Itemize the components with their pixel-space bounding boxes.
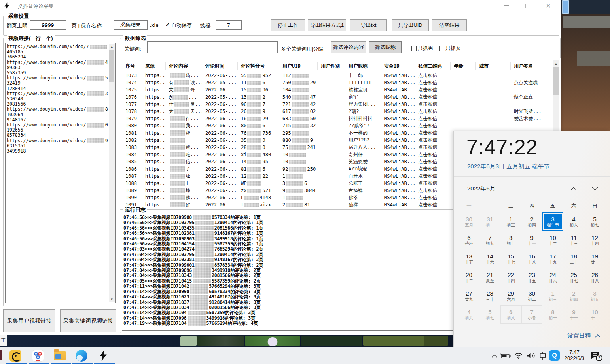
calendar-day[interactable]: 24 廿六 [542,268,563,287]
export-uid-button[interactable]: 只导出UID [392,19,429,31]
scroll-down-icon[interactable]: ▼ [109,296,115,302]
calendar-day[interactable]: 4 初六 [458,305,479,324]
collect-user-videos-button[interactable]: 采集用户视频链接 [3,309,55,332]
browser-icon[interactable] [76,350,87,362]
schedule-link[interactable]: 设置日程 [567,332,601,339]
scrollbar-thumb[interactable] [553,67,559,95]
column-header[interactable]: 序号 [122,62,142,70]
calendar-day[interactable]: 30 五月 [458,212,479,231]
cell-dm-link[interactable]: 点击私信 [415,123,451,129]
column-header[interactable]: 私信二维码 [415,62,451,70]
calendar-day[interactable]: 21 夏至 [479,268,500,287]
table-row[interactable]: 1079 https... 行... 2022-06-... 1629 6835… [122,115,559,122]
taskbar-app-circles-icon[interactable] [32,350,44,362]
export-txt-button[interactable]: 导出txt [350,19,387,31]
calendar-next-icon[interactable] [591,187,599,192]
video-links-textarea[interactable]: https://www.douyin.com/video/7405185 766… [5,43,116,303]
clear-results-button[interactable]: 清空结果 [432,19,467,31]
calendar-day[interactable]: 17 十九 [542,249,563,268]
q-app-tray-icon[interactable]: Q [549,350,560,361]
page-limit-input[interactable] [30,20,66,30]
calendar-day[interactable]: 11 十三 [563,231,584,249]
calendar-day[interactable]: 3 初五 [584,287,605,305]
male-only-checkbox[interactable]: 只抓男 [411,45,433,52]
column-header[interactable]: 用户性别 [318,62,345,70]
cell-dm-link[interactable]: 点击私信 [415,158,451,165]
calendar-day[interactable]: 12 十四 [584,231,605,249]
column-header[interactable]: 安全ID [381,62,415,70]
female-only-checkbox[interactable]: 只抓女 [439,45,461,52]
cell-dm-link[interactable]: 点击私信 [415,101,451,108]
cell-dm-link[interactable]: 点击私信 [415,187,451,194]
calendar-day[interactable]: 27 廿九 [458,287,479,305]
calendar-day[interactable]: 14 十六 [479,249,500,268]
cell-dm-link[interactable]: 点击私信 [415,94,451,100]
close-icon[interactable]: ✕ [542,0,555,11]
table-row[interactable]: 1074 https... 有读... 2022-05-... 116 7502… [122,79,559,86]
cell-dm-link[interactable]: 点击私信 [415,151,451,158]
column-header[interactable]: 来源 [142,62,166,70]
calendar-day[interactable]: 1 初三 [542,287,563,305]
date-link[interactable]: 2022年6月3日 五月初五 端午节 [467,163,549,170]
links-scrollbar[interactable]: ▲ ▼ [109,44,115,302]
calendar-day[interactable]: 15 十七 [500,249,521,268]
cell-dm-link[interactable]: 点击私信 [415,194,451,201]
table-row[interactable]: 1078 https... 太天... 2022-05-... 269 6170… [122,108,559,115]
calendar-day[interactable]: 20 廿二 [458,268,479,287]
collect-keyword-videos-button[interactable]: 采集关键词视频链接 [60,309,116,332]
wifi-icon[interactable] [514,352,523,359]
column-header[interactable]: 评论内容 [166,62,202,70]
cell-dm-link[interactable]: 点击私信 [415,108,451,115]
calendar-day[interactable]: 19 廿一 [584,249,605,268]
maximize-button[interactable] [521,0,534,11]
calendar-day[interactable]: 16 十八 [521,249,542,268]
calendar-day[interactable]: 18 二十 [563,249,584,268]
filter-comment-button[interactable]: 筛选评论内容 [331,41,366,53]
cell-dm-link[interactable]: 点击私信 [415,72,451,79]
calendar-day[interactable]: 10 十二 [542,231,563,249]
cell-dm-link[interactable]: 点击私信 [415,79,451,86]
lightning-app-icon[interactable] [98,349,109,362]
calendar-day[interactable]: 3 端午节 [542,212,563,231]
calendar-day[interactable]: 4 初六 [563,212,584,231]
calendar-day[interactable]: 10 十二 [584,305,605,324]
calendar-day[interactable]: 30 初二 [521,287,542,305]
autosave-checkbox[interactable]: 自动保存 [165,22,192,29]
scroll-up-icon[interactable]: ▲ [553,60,559,67]
tray-expand-icon[interactable] [491,354,498,358]
column-header[interactable]: 评论时间 [202,62,238,70]
calendar-day[interactable]: 25 廿七 [563,268,584,287]
table-row[interactable]: 1076 https... @... 2022-05-... 132 54047… [122,94,559,101]
notification-center-icon[interactable]: 7 [590,351,604,362]
titlebar[interactable]: 三义抖音评论采集 ✕ [0,0,561,12]
calendar-day[interactable]: 13 十五 [458,249,479,268]
export-mode1-button[interactable]: 导出结果方式1 [308,19,346,31]
table-row[interactable]: 1075 https... 支哥 2022-06-... 1536 104 栋栋… [122,86,559,93]
table-row[interactable]: 1077 https... 什灵... 2022-06-... 967 7214… [122,101,559,108]
minimize-button[interactable] [500,0,513,11]
thread-input[interactable] [216,20,242,30]
calendar-day[interactable]: 8 初十 [542,305,563,324]
calendar-day[interactable]: 7 初九 [479,231,500,249]
column-header[interactable]: 用户UID [279,62,318,70]
volume-icon[interactable] [526,352,536,359]
calendar-day[interactable]: 5 初七 [584,212,605,231]
calendar-day[interactable]: 9 十一 [521,231,542,249]
calendar-day[interactable]: 7 小暑 [521,305,542,324]
cell-dm-link[interactable]: 点击私信 [415,144,451,151]
scrollbar-thumb[interactable] [109,50,114,82]
calendar-day[interactable]: 28 三十 [479,287,500,305]
calendar-prev-icon[interactable] [570,187,578,192]
column-header[interactable]: 年龄 [451,62,476,70]
cell-dm-link[interactable]: 点击私信 [415,87,451,93]
stop-button[interactable]: 停止工作 [271,19,305,31]
calendar-day[interactable]: 5 初七 [479,305,500,324]
calendar-day[interactable]: 6 芒种 [458,231,479,249]
table-row[interactable]: 1080 https... 我... 2022-06-... 806 71532… [122,122,559,129]
cell-dm-link[interactable]: 点击私信 [415,130,451,136]
filter-nickname-button[interactable]: 筛选昵称 [369,41,402,53]
calendar-day[interactable]: 2 初四 [521,212,542,231]
table-row[interactable]: 1073 https... 药... 2022-06-... 55952 112… [122,72,559,79]
cell-dm-link[interactable]: 点击私信 [415,166,451,172]
calendar-day[interactable]: 9 十一 [563,305,584,324]
